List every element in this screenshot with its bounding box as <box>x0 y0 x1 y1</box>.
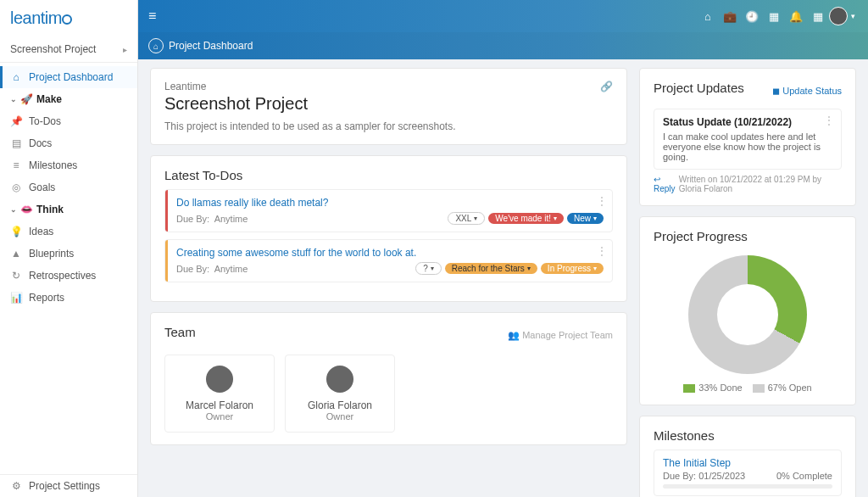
chevron-down-icon[interactable]: ▾ <box>848 12 858 20</box>
project-header-card: 🔗 Leantime Screenshot Project This proje… <box>150 68 627 145</box>
brand-logo: leantim <box>0 0 137 36</box>
nav-group-think[interactable]: ⌄👄Think <box>0 198 137 221</box>
team-member-card[interactable]: Gloria Folaron Owner <box>285 355 395 433</box>
milestone-due: Due By: 01/25/2023 <box>663 471 745 481</box>
legend-done: 33% Done <box>683 383 742 393</box>
project-progress-card: Project Progress 33% Done 67% Open <box>639 216 856 405</box>
rocket-icon: 🚀 <box>20 93 33 105</box>
project-selector[interactable]: Screenshot Project ▸ <box>0 36 137 63</box>
nav-retrospectives[interactable]: ↻Retrospectives <box>0 265 137 287</box>
team-title: Team <box>164 325 196 339</box>
updates-title: Project Updates <box>654 81 744 95</box>
todo-title: Creating some awesome stuff for the worl… <box>176 247 604 259</box>
file-icon: ▤ <box>10 137 22 149</box>
todo-due: Due By: Anytime <box>176 264 248 274</box>
milestone-complete: 0% Complete <box>776 471 832 481</box>
blueprint-icon: ▲ <box>10 248 22 260</box>
chevron-down-icon: ▾ <box>554 215 557 222</box>
nav-reports[interactable]: 📊Reports <box>0 287 137 309</box>
todo-chip[interactable]: New ▾ <box>567 213 604 224</box>
bulb-icon: 💡 <box>10 226 22 237</box>
todo-chip[interactable]: XXL ▾ <box>448 212 485 225</box>
todo-title: Do llamas really like death metal? <box>176 197 604 209</box>
clock-icon[interactable]: 🕘 <box>741 10 763 23</box>
chart-icon: 📊 <box>10 292 22 304</box>
gear-icon: ⚙ <box>10 480 22 492</box>
latest-todos-card: Latest To-Dos ⋮ Do llamas really like de… <box>150 155 627 302</box>
sidebar: leantim Screenshot Project ▸ ⌂Project Da… <box>0 0 138 497</box>
latest-todos-title: Latest To-Dos <box>164 168 613 182</box>
nav-group-make[interactable]: ⌄🚀Make <box>0 88 137 110</box>
chevron-down-icon: ▾ <box>593 215 597 222</box>
project-selector-label: Screenshot Project <box>10 43 96 55</box>
todo-chip[interactable]: ? ▾ <box>415 262 442 275</box>
project-title: Screenshot Project <box>164 94 613 114</box>
milestone-item[interactable]: The Initial Step Due By: 01/25/2023 0% C… <box>654 450 842 496</box>
chevron-down-icon: ▾ <box>474 215 477 222</box>
nav-todos[interactable]: 📌To-Dos <box>0 110 137 132</box>
status-update-item: ⋮ Status Update (10/21/2022) I can make … <box>654 109 842 170</box>
home-icon: ⌂ <box>10 71 22 83</box>
kebab-icon[interactable]: ⋮ <box>597 245 607 257</box>
brain-icon: 👄 <box>20 204 33 215</box>
main-area: ≡ ⌂ 💼 🕘 ▦ 🔔 ▦ ▾ ⌂ Project Dashboard 🔗 Le… <box>138 0 868 497</box>
member-name: Gloria Folaron <box>296 399 384 411</box>
progress-title: Project Progress <box>654 229 842 243</box>
chevron-down-icon: ⌄ <box>10 95 17 103</box>
nav-goals[interactable]: ◎Goals <box>0 176 137 198</box>
bell-icon[interactable]: 🔔 <box>785 10 807 23</box>
progress-donut-chart <box>688 255 807 374</box>
legend-open: 67% Open <box>753 383 812 393</box>
nav-milestones[interactable]: ≡Milestones <box>0 154 137 176</box>
member-role: Owner <box>175 411 264 422</box>
milestone-progress-bar <box>663 484 832 489</box>
nav-docs[interactable]: ▤Docs <box>0 132 137 154</box>
team-member-card[interactable]: Marcel Folaron Owner <box>164 355 275 433</box>
member-role: Owner <box>296 411 384 422</box>
update-status-button[interactable]: ◼ Update Status <box>772 86 842 97</box>
caret-right-icon: ▸ <box>123 45 127 54</box>
member-name: Marcel Folaron <box>175 399 264 411</box>
kebab-icon[interactable]: ⋮ <box>597 195 607 207</box>
chevron-down-icon: ▾ <box>593 265 597 272</box>
milestones-card: Milestones The Initial Step Due By: 01/2… <box>639 416 856 497</box>
kebab-icon[interactable]: ⋮ <box>824 114 834 126</box>
milestone-title: The Initial Step <box>663 457 832 469</box>
nav-ideas[interactable]: 💡Ideas <box>0 221 137 243</box>
refresh-icon: ↻ <box>10 270 22 282</box>
apps-icon[interactable]: ▦ <box>807 10 829 23</box>
reply-link[interactable]: ↩ Reply <box>654 175 679 193</box>
todo-chip[interactable]: We've made it! ▾ <box>488 213 564 224</box>
update-title: Status Update (10/21/2022) <box>663 116 832 128</box>
target-icon: ◎ <box>10 181 22 193</box>
nav-blueprints[interactable]: ▲Blueprints <box>0 243 137 265</box>
chevron-down-icon: ▾ <box>527 265 531 272</box>
todo-chip[interactable]: Reach for the Stars ▾ <box>445 263 537 274</box>
bars-icon: ≡ <box>10 159 22 171</box>
nav-project-dashboard[interactable]: ⌂Project Dashboard <box>0 66 137 88</box>
clock-icon <box>62 14 72 25</box>
update-body: I can make cool updates here and let eve… <box>663 131 832 162</box>
project-updates-card: Project Updates ◼ Update Status ⋮ Status… <box>639 68 856 206</box>
home-icon: ⌂ <box>148 38 164 53</box>
todo-item[interactable]: ⋮ Do llamas really like death metal? Due… <box>164 189 613 232</box>
user-avatar[interactable] <box>829 7 848 25</box>
manage-team-link[interactable]: 👥 Manage Project Team <box>508 330 613 341</box>
team-card: Team 👥 Manage Project Team Marcel Folaro… <box>150 312 627 445</box>
update-meta: Written on 10/21/2022 at 01:29 PM by Glo… <box>679 175 842 193</box>
nav-project-settings[interactable]: ⚙Project Settings <box>0 475 137 497</box>
todo-item[interactable]: ⋮ Creating some awesome stuff for the wo… <box>164 239 613 282</box>
calendar-icon[interactable]: ▦ <box>763 10 785 23</box>
todo-chip[interactable]: In Progress ▾ <box>541 263 604 274</box>
topbar: ≡ ⌂ 💼 🕘 ▦ 🔔 ▦ ▾ <box>138 0 868 32</box>
breadcrumb-label: Project Dashboard <box>169 40 253 52</box>
todo-due: Due By: Anytime <box>176 214 248 224</box>
main-nav: ⌂Project Dashboard ⌄🚀Make 📌To-Dos ▤Docs … <box>0 63 137 474</box>
milestones-title: Milestones <box>654 428 842 443</box>
avatar <box>206 366 233 393</box>
link-icon[interactable]: 🔗 <box>600 81 613 92</box>
briefcase-icon[interactable]: 💼 <box>719 10 741 23</box>
hamburger-icon[interactable]: ≡ <box>148 8 156 24</box>
avatar <box>326 366 353 393</box>
home-icon[interactable]: ⌂ <box>697 10 719 23</box>
